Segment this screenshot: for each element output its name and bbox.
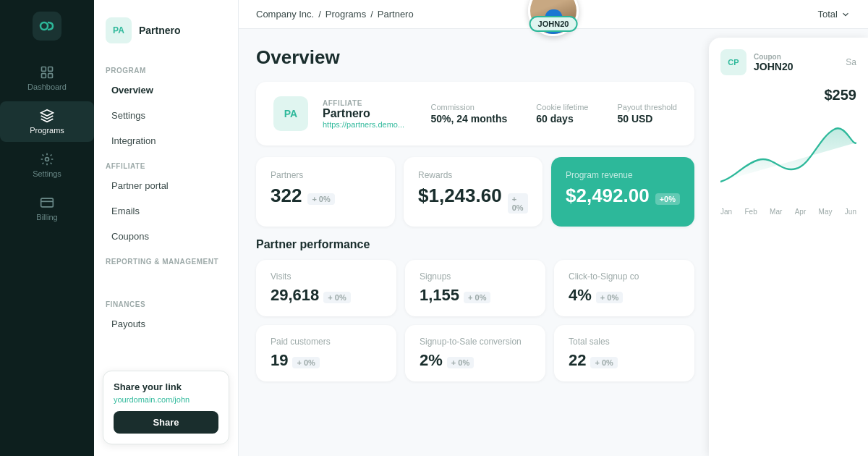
share-box-title: Share your link — [114, 381, 218, 392]
stats-row: Partners 322 + 0% Rewards $1,243.60 + 0%… — [256, 157, 694, 227]
perf-signups: Signups 1,155 + 0% — [405, 260, 545, 316]
affiliate-type-label: AFFILIATE — [323, 99, 416, 107]
share-box: Share your link yourdomain.com/john Shar… — [103, 371, 229, 444]
svg-rect-4 — [48, 74, 53, 78]
breadcrumb-partnero[interactable]: Partnero — [378, 9, 414, 20]
affiliate-section-label: AFFILIATE — [106, 162, 226, 170]
nav-emails[interactable]: Emails — [106, 201, 226, 221]
commission-stat: Commission 50%, 24 months — [430, 103, 507, 124]
coupon-bubble: JOHN20 — [529, 16, 578, 32]
nav-payouts[interactable]: Payouts — [106, 314, 226, 334]
stat-partners: Partners 322 + 0% — [256, 157, 395, 227]
nav-coupons[interactable]: Coupons — [106, 227, 226, 246]
sidebar-item-billing-label: Billing — [36, 213, 57, 221]
total-filter[interactable]: Total — [818, 9, 851, 20]
sa-value: $259 — [720, 87, 856, 104]
perf-visits: Visits 29,618 + 0% — [256, 260, 396, 316]
stat-rewards: Rewards $1,243.60 + 0% — [404, 157, 542, 227]
affiliate-stats: Commission 50%, 24 months Cookie lifetim… — [430, 103, 677, 124]
perf-signup-sale: Signup-to-Sale conversion 2% + 0% — [405, 325, 545, 381]
perf-grid: Visits 29,618 + 0% Signups 1,155 + 0% Cl… — [256, 260, 694, 381]
affiliate-name: Partnero — [323, 107, 416, 120]
affiliate-link[interactable]: https://partners.demo... — [323, 120, 416, 129]
sidebar-item-dashboard-label: Dashboard — [27, 83, 67, 91]
program-section-label: PROGRAM — [106, 67, 226, 75]
pa-badge: PA — [106, 17, 132, 43]
nav-settings[interactable]: Settings — [106, 106, 226, 125]
sidebar: Dashboard Programs Settings Billing — [0, 0, 94, 456]
breadcrumb-sep-2: / — [370, 9, 373, 20]
perf-total-sales: Total sales 22 + 0% — [554, 325, 694, 381]
svg-point-0 — [41, 22, 48, 30]
affiliate-card: PA AFFILIATE Partnero https://partners.d… — [256, 82, 694, 145]
breadcrumb-sep-1: / — [318, 9, 321, 20]
cp-badge: CP — [720, 49, 746, 75]
breadcrumb-company[interactable]: Company Inc. — [256, 9, 314, 20]
coupon-info: Coupon JOHN20 — [754, 53, 793, 72]
affiliate-info: AFFILIATE Partnero https://partners.demo… — [323, 99, 416, 129]
share-box-link[interactable]: yourdomain.com/john — [114, 395, 218, 404]
panel-header: PA Partnero — [106, 12, 226, 49]
breadcrumb-programs[interactable]: Programs — [326, 9, 366, 20]
sidebar-item-programs-label: Programs — [30, 126, 64, 135]
sidebar-item-programs[interactable]: Programs — [0, 101, 94, 142]
payout-stat: Payout threshold 50 USD — [617, 103, 677, 124]
nav-overview[interactable]: Overview — [106, 80, 226, 100]
affiliate-badge: PA — [273, 96, 308, 131]
svg-point-5 — [46, 158, 49, 161]
left-panel: PA Partnero PROGRAM Overview Settings In… — [94, 0, 239, 456]
finances-section-label: FINANCES — [106, 300, 226, 308]
partner-performance-title: Partner performance — [256, 238, 694, 251]
sidebar-nav: Dashboard Programs Settings Billing — [0, 58, 94, 229]
breadcrumb: Company Inc. / Programs / Partnero — [256, 9, 414, 20]
sidebar-logo — [33, 12, 61, 41]
perf-click-signup: Click-to-Signup co 4% + 0% — [554, 260, 694, 316]
reporting-section-label: REPORTING & MANAGEMENT — [106, 258, 226, 266]
page-title: Overview — [256, 46, 694, 69]
main-content: 👤 JOHN20 Company Inc. / Programs / Partn… — [239, 0, 868, 456]
top-bar: 👤 JOHN20 Company Inc. / Programs / Partn… — [239, 0, 868, 29]
sidebar-item-billing[interactable]: Billing — [0, 188, 94, 229]
svg-rect-3 — [42, 74, 46, 78]
share-button[interactable]: Share — [114, 411, 218, 434]
svg-rect-1 — [42, 67, 46, 72]
coupon-card: CP Coupon JOHN20 Sa — [720, 49, 856, 75]
nav-integration[interactable]: Integration — [106, 131, 226, 151]
sidebar-item-dashboard[interactable]: Dashboard — [0, 58, 94, 98]
sidebar-item-settings-label: Settings — [33, 169, 61, 178]
stat-revenue: Program revenue $2,492.00 +0% — [551, 157, 694, 227]
mini-chart: Jan Feb Mar Apr May Jun — [720, 112, 856, 444]
sa-label-top: Sa — [846, 57, 856, 67]
svg-rect-2 — [48, 67, 53, 72]
nav-partner-portal[interactable]: Partner portal — [106, 176, 226, 195]
chart-axis: Jan Feb Mar Apr May Jun — [720, 208, 856, 216]
cookie-stat: Cookie lifetime 60 days — [536, 103, 588, 124]
panel-title: Partnero — [139, 25, 181, 36]
sidebar-item-settings[interactable]: Settings — [0, 145, 94, 185]
perf-paid-customers: Paid customers 19 + 0% — [256, 325, 396, 381]
svg-rect-6 — [41, 198, 54, 207]
right-overlay: CP Coupon JOHN20 Sa $259 Jan — [709, 38, 868, 456]
